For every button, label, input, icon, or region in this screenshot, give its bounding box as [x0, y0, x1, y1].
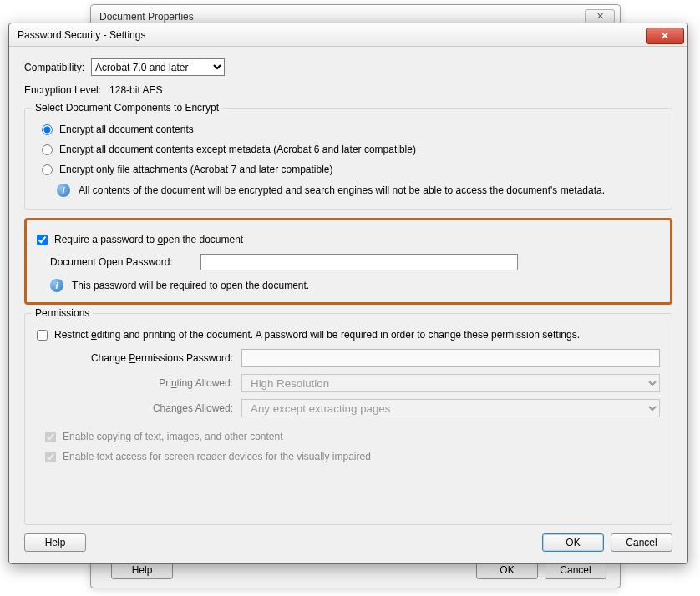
parent-title: Document Properties [99, 11, 194, 23]
main-titlebar: Password Security - Settings ✕ [9, 23, 687, 47]
ok-button[interactable]: OK [542, 533, 604, 552]
open-password-info-row: i This password will be required to open… [50, 279, 660, 292]
encrypt-attachments-label: Encrypt only file attachments (Acrobat 7… [59, 164, 333, 175]
document-open-password-input[interactable] [200, 254, 518, 270]
document-open-password-row: Document Open Password: [50, 254, 660, 270]
encrypt-attachments-radio[interactable] [42, 164, 53, 175]
close-button[interactable]: ✕ [646, 28, 684, 44]
compatibility-label: Compatibility: [24, 62, 84, 73]
require-open-password-row[interactable]: Require a password to open the document [37, 234, 660, 245]
printing-allowed-label: Printing Allowed: [70, 377, 233, 389]
enable-copying-checkbox [45, 432, 56, 442]
document-open-password-label: Document Open Password: [50, 256, 200, 268]
enable-text-access-row: Enable text access for screen reader dev… [45, 451, 660, 462]
change-permissions-password-row: Change Permissions Password: [70, 349, 660, 367]
restrict-editing-row[interactable]: Restrict editing and printing of the doc… [37, 329, 660, 341]
restrict-editing-checkbox[interactable] [37, 330, 48, 341]
encrypt-except-metadata-radio[interactable] [42, 144, 53, 155]
open-password-info-text: This password will be required to open t… [72, 280, 309, 291]
encrypt-attachments-row[interactable]: Encrypt only file attachments (Acrobat 7… [42, 164, 660, 175]
close-icon: ✕ [661, 30, 669, 42]
encryption-level-row: Encryption Level: 128-bit AES [24, 84, 672, 96]
help-button[interactable]: Help [24, 533, 86, 552]
password-security-dialog: Password Security - Settings ✕ Compatibi… [8, 23, 688, 564]
changes-allowed-select: Any except extracting pages [241, 399, 660, 417]
restrict-editing-label: Restrict editing and printing of the doc… [54, 329, 580, 341]
changes-allowed-row: Changes Allowed: Any except extracting p… [70, 399, 660, 417]
parent-close-button[interactable]: ✕ [585, 9, 615, 24]
components-info-text: All contents of the document will be enc… [79, 184, 605, 196]
enable-text-access-checkbox [45, 452, 56, 462]
printing-allowed-row: Printing Allowed: High Resolution [70, 374, 660, 392]
info-icon: i [57, 184, 70, 197]
components-fieldset: Select Document Components to Encrypt En… [24, 108, 672, 210]
compatibility-row: Compatibility: Acrobat 7.0 and later [24, 58, 672, 76]
dialog-body: Compatibility: Acrobat 7.0 and later Enc… [9, 47, 687, 563]
open-password-highlight: Require a password to open the document … [24, 218, 672, 305]
encrypt-all-row[interactable]: Encrypt all document contents [42, 124, 660, 135]
encrypt-all-radio[interactable] [42, 124, 53, 135]
components-legend: Select Document Components to Encrypt [32, 102, 222, 114]
components-info-row: i All contents of the document will be e… [57, 184, 660, 197]
changes-allowed-label: Changes Allowed: [70, 402, 233, 414]
encrypt-except-metadata-label: Encrypt all document contents except met… [59, 144, 416, 155]
printing-allowed-select: High Resolution [241, 374, 660, 392]
info-icon: i [50, 279, 63, 292]
close-icon: ✕ [596, 11, 604, 22]
enable-copying-label: Enable copying of text, images, and othe… [63, 431, 283, 442]
change-permissions-password-label: Change Permissions Password: [70, 352, 233, 364]
encryption-level-label: Encryption Level: [24, 84, 101, 96]
cancel-button[interactable]: Cancel [611, 533, 672, 552]
permissions-fieldset: Permissions Restrict editing and printin… [24, 313, 672, 525]
encryption-level-value: 128-bit AES [109, 84, 162, 96]
change-permissions-password-input [241, 349, 660, 367]
encrypt-all-label: Encrypt all document contents [59, 124, 194, 135]
encrypt-except-metadata-row[interactable]: Encrypt all document contents except met… [42, 144, 660, 155]
dialog-footer: Help OK Cancel [24, 533, 672, 555]
require-open-password-checkbox[interactable] [37, 235, 48, 245]
require-open-password-label: Require a password to open the document [54, 234, 243, 245]
enable-text-access-label: Enable text access for screen reader dev… [63, 451, 371, 462]
compatibility-select[interactable]: Acrobat 7.0 and later [91, 58, 225, 76]
enable-copying-row: Enable copying of text, images, and othe… [45, 431, 660, 442]
dialog-title: Password Security - Settings [18, 29, 145, 41]
permissions-legend: Permissions [32, 307, 93, 319]
